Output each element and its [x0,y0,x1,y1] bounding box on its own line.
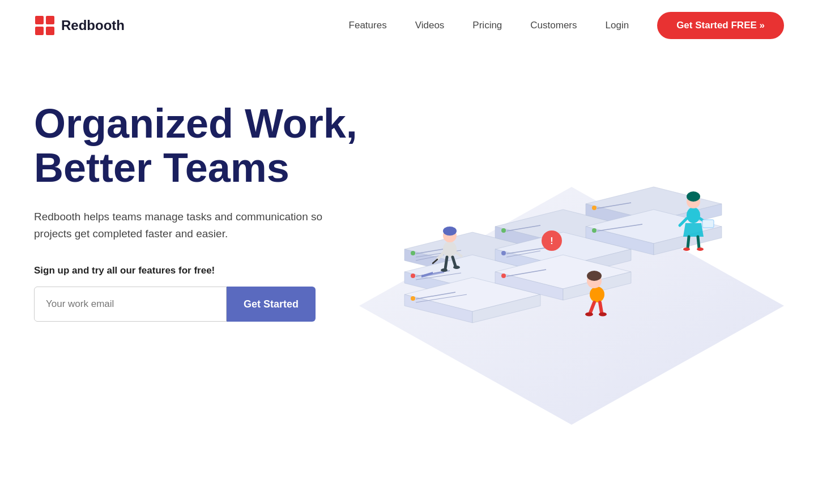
svg-point-77 [683,247,690,251]
svg-rect-1 [46,16,54,24]
svg-point-54 [443,227,457,236]
hero-subtitle: Redbooth helps teams manage tasks and co… [34,208,329,243]
svg-line-68 [600,302,602,313]
logo[interactable]: Redbooth [34,15,125,36]
svg-rect-2 [35,27,44,35]
isometric-illustration: ! [359,130,784,470]
svg-text:!: ! [550,236,553,246]
nav-get-started-button[interactable]: Get Started FREE » [657,12,784,39]
svg-point-51 [592,228,597,233]
svg-point-66 [587,271,602,281]
svg-marker-74 [683,223,704,237]
svg-rect-0 [35,16,44,24]
svg-point-17 [411,274,415,278]
svg-line-55 [445,257,447,269]
hero-signup-label: Sign up and try all our features for fre… [34,265,385,276]
svg-point-73 [687,191,700,202]
nav-pricing[interactable]: Pricing [472,20,502,31]
svg-point-57 [441,268,448,272]
svg-point-69 [585,313,593,317]
svg-point-30 [501,228,506,233]
svg-rect-3 [46,27,54,35]
svg-point-71 [687,207,700,223]
svg-point-58 [453,266,460,269]
navbar: Redbooth Features Videos Pricing Custome… [0,0,818,51]
logo-icon [34,15,56,36]
nav-login[interactable]: Login [606,20,629,31]
svg-point-46 [592,206,597,210]
email-input[interactable] [34,287,227,322]
get-started-button[interactable]: Get Started [227,287,316,322]
hero-illustration: ! [385,85,784,504]
nav-links: Features Videos Pricing Customers Login … [349,12,784,39]
svg-point-25 [411,296,415,301]
hero-section: Organized Work, Better Teams Redbooth he… [0,51,818,504]
svg-line-75 [688,237,689,248]
svg-rect-81 [702,220,714,228]
svg-point-41 [501,274,506,278]
svg-point-78 [697,247,704,251]
nav-customers[interactable]: Customers [530,20,577,31]
svg-point-11 [411,251,415,255]
svg-point-64 [590,287,604,302]
nav-videos[interactable]: Videos [415,20,445,31]
svg-point-36 [501,251,506,255]
hero-form: Get Started [34,287,385,322]
hero-content: Organized Work, Better Teams Redbooth he… [34,85,385,322]
logo-text: Redbooth [61,18,125,33]
nav-features[interactable]: Features [349,20,387,31]
svg-line-76 [698,237,699,248]
hero-title: Organized Work, Better Teams [34,102,385,190]
svg-point-70 [599,313,607,317]
svg-point-52 [443,241,457,257]
